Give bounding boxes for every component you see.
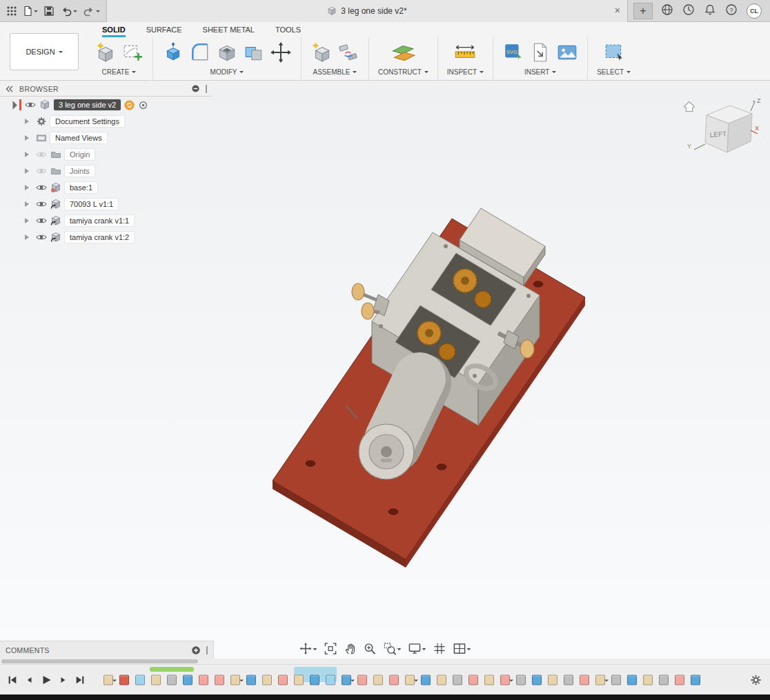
close-tab-icon[interactable]: × bbox=[615, 5, 620, 16]
expand-arrow-icon[interactable] bbox=[8, 101, 17, 110]
browser-item-joints[interactable]: Joints bbox=[0, 163, 211, 179]
timeline-feature-icon[interactable] bbox=[675, 674, 684, 685]
timeline-feature-icon[interactable] bbox=[342, 674, 351, 685]
expand-arrow-icon[interactable] bbox=[25, 218, 32, 223]
tab-sheet-metal[interactable]: SHEET METAL bbox=[203, 26, 255, 37]
timeline-feature-icon[interactable] bbox=[119, 674, 129, 685]
tab-solid[interactable]: SOLID bbox=[102, 26, 126, 37]
combine-icon[interactable] bbox=[243, 41, 265, 63]
timeline-feature-icon[interactable] bbox=[151, 674, 161, 685]
expand-arrow-icon[interactable] bbox=[25, 119, 32, 124]
joint-icon[interactable] bbox=[337, 41, 359, 63]
timeline-feature-icon[interactable] bbox=[310, 674, 319, 685]
browser-item-label[interactable]: Named Views bbox=[50, 132, 107, 143]
browser-item-label[interactable]: Document Settings bbox=[50, 116, 124, 127]
measure-icon[interactable] bbox=[453, 41, 477, 63]
step-back-button[interactable] bbox=[24, 674, 34, 686]
model-viewport[interactable]: BROWSER 3 leg one side v2 Document Setti… bbox=[0, 81, 770, 659]
new-component-icon[interactable] bbox=[310, 41, 333, 63]
press-pull-icon[interactable] bbox=[162, 41, 184, 63]
construct-plane-icon[interactable] bbox=[389, 41, 417, 63]
insert-derive-icon[interactable] bbox=[529, 41, 551, 63]
tab-surface[interactable]: SURFACE bbox=[146, 26, 182, 37]
expand-arrow-icon[interactable] bbox=[25, 234, 32, 240]
timeline-feature-icon[interactable] bbox=[611, 674, 621, 685]
timeline-feature-icon[interactable] bbox=[278, 674, 288, 685]
shell-icon[interactable] bbox=[216, 41, 238, 63]
visibility-eye-icon[interactable] bbox=[36, 216, 47, 226]
go-to-start-button[interactable] bbox=[7, 674, 18, 686]
browser-item-label[interactable]: Origin bbox=[65, 149, 95, 160]
job-status-clock-icon[interactable] bbox=[682, 3, 695, 18]
new-solid-icon[interactable] bbox=[95, 41, 117, 63]
scrollbar-thumb[interactable] bbox=[1, 659, 198, 663]
view-cube[interactable]: LEFT Z X Y bbox=[679, 94, 762, 165]
panel-options-icon[interactable] bbox=[191, 84, 200, 93]
undo-button[interactable] bbox=[58, 2, 79, 20]
visibility-eye-off-icon[interactable] bbox=[36, 150, 47, 159]
timeline-feature-icon[interactable] bbox=[135, 674, 145, 685]
document-tab[interactable]: 3 leg one side v2* × bbox=[106, 0, 628, 22]
visibility-eye-icon[interactable] bbox=[36, 183, 47, 192]
orbit-tool-button[interactable] bbox=[299, 642, 317, 655]
timeline-feature-icon[interactable] bbox=[691, 674, 700, 685]
timeline-feature-icon[interactable] bbox=[421, 674, 431, 685]
activate-component-radio-icon[interactable] bbox=[138, 100, 148, 110]
timeline-feature-icon[interactable] bbox=[580, 674, 589, 685]
group-inspect-dropdown[interactable]: INSPECT bbox=[447, 68, 484, 76]
browser-item-tamiya-crank-2[interactable]: tamiya crank v1:2 bbox=[0, 229, 211, 246]
notifications-bell-icon[interactable] bbox=[704, 3, 716, 18]
timeline-feature-icon[interactable] bbox=[484, 674, 494, 685]
insert-svg-icon[interactable]: SVG bbox=[502, 41, 524, 63]
browser-item-document-settings[interactable]: Document Settings bbox=[0, 113, 211, 130]
group-select-dropdown[interactable]: SELECT bbox=[597, 68, 631, 76]
zoom-button[interactable] bbox=[364, 642, 377, 655]
file-menu-button[interactable] bbox=[21, 2, 40, 20]
group-assemble-dropdown[interactable]: ASSEMBLE bbox=[313, 68, 357, 76]
save-button[interactable] bbox=[41, 2, 57, 20]
browser-item-tamiya-crank-1[interactable]: tamiya crank v1:1 bbox=[0, 212, 211, 229]
redo-button[interactable] bbox=[81, 2, 102, 20]
timeline-feature-icon[interactable] bbox=[183, 674, 192, 685]
timeline-feature-icon[interactable] bbox=[357, 674, 367, 685]
timeline-feature-icon[interactable] bbox=[215, 674, 224, 685]
update-available-badge-icon[interactable] bbox=[124, 100, 135, 110]
collapse-panel-icon[interactable] bbox=[4, 84, 14, 94]
timeline-feature-icon[interactable] bbox=[405, 674, 415, 685]
left-crank[interactable] bbox=[352, 283, 389, 319]
visibility-eye-icon[interactable] bbox=[25, 100, 36, 110]
comments-resize-grip[interactable] bbox=[206, 646, 208, 654]
browser-item-70093[interactable]: 70093 L v1:1 bbox=[0, 196, 211, 212]
timeline-feature-icon[interactable] bbox=[167, 674, 177, 685]
timeline-feature-icon[interactable] bbox=[516, 674, 526, 685]
browser-item-base[interactable]: base:1 bbox=[0, 179, 211, 196]
move-icon[interactable] bbox=[270, 41, 292, 63]
viewports-button[interactable] bbox=[453, 642, 471, 655]
timeline-group-range[interactable] bbox=[150, 667, 194, 672]
timeline-feature-icon[interactable] bbox=[199, 674, 208, 685]
timeline-feature-icon[interactable] bbox=[548, 674, 557, 685]
timeline-feature-icon[interactable] bbox=[326, 674, 335, 685]
browser-item-root[interactable]: 3 leg one side v2 bbox=[0, 97, 211, 113]
group-insert-dropdown[interactable]: INSERT bbox=[524, 68, 557, 76]
browser-item-label[interactable]: 70093 L v1:1 bbox=[65, 199, 118, 210]
browser-item-label[interactable]: tamiya crank v1:1 bbox=[65, 215, 134, 226]
expand-arrow-icon[interactable] bbox=[25, 135, 32, 141]
timeline-feature-icon[interactable] bbox=[453, 674, 462, 685]
browser-item-label[interactable]: base:1 bbox=[65, 182, 97, 193]
timeline-feature-icon[interactable] bbox=[262, 674, 272, 685]
timeline-feature-icon[interactable] bbox=[294, 674, 304, 685]
user-avatar[interactable]: CL bbox=[747, 3, 762, 19]
panel-resize-grip[interactable] bbox=[206, 85, 207, 93]
browser-item-origin[interactable]: Origin bbox=[0, 146, 211, 163]
home-icon[interactable] bbox=[684, 102, 694, 112]
timeline-feature-icon[interactable] bbox=[595, 674, 605, 685]
canvas-image-icon[interactable] bbox=[556, 41, 578, 63]
timeline-feature-icon[interactable] bbox=[532, 674, 542, 685]
step-forward-button[interactable] bbox=[59, 674, 68, 686]
browser-item-label[interactable]: 3 leg one side v2 bbox=[54, 99, 121, 110]
timeline-feature-icon[interactable] bbox=[659, 674, 669, 685]
expand-arrow-icon[interactable] bbox=[25, 201, 32, 207]
help-icon[interactable]: ? bbox=[725, 3, 738, 18]
create-sketch-icon[interactable] bbox=[121, 41, 144, 63]
